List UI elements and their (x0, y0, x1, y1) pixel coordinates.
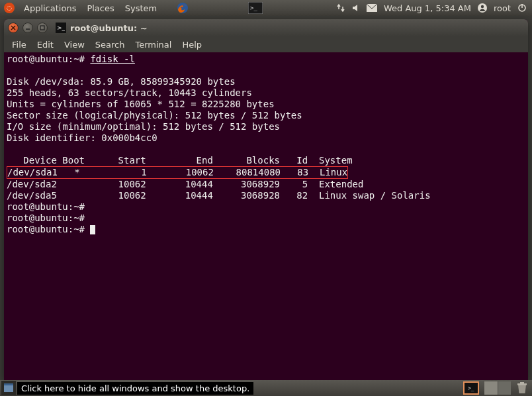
menu-search[interactable]: Search (90, 38, 130, 51)
bottom-panel: Click here to hide all windows and show … (0, 380, 532, 396)
username-label[interactable]: root (494, 3, 511, 13)
volume-icon[interactable] (352, 4, 360, 12)
svg-point-5 (481, 5, 484, 8)
terminal-content[interactable]: root@ubuntu:~# fdisk -l Disk /dev/sda: 8… (4, 52, 528, 380)
show-desktop-tooltip: Click here to hide all windows and show … (17, 382, 253, 395)
svg-text:>_: >_ (250, 5, 257, 11)
menu-system[interactable]: System (120, 3, 162, 13)
menu-terminal[interactable]: Terminal (130, 38, 177, 51)
firefox-icon[interactable] (177, 2, 189, 14)
clock[interactable]: Wed Aug 1, 5:34 AM (384, 3, 471, 13)
network-icon[interactable] (336, 3, 345, 13)
svg-rect-10 (4, 385, 13, 392)
workspace-1[interactable] (484, 381, 498, 395)
ubuntu-logo-icon[interactable]: ◌ (4, 3, 15, 13)
taskbar-terminal-button[interactable]: >_ (463, 381, 479, 395)
terminal-window: >_ root@ubuntu: ~ File Edit View Search … (4, 19, 528, 380)
top-panel: ◌ Applications Places System >_ Wed Aug … (0, 0, 532, 16)
svg-rect-9 (40, 26, 44, 30)
close-button[interactable] (8, 23, 19, 33)
menu-applications[interactable]: Applications (19, 3, 81, 13)
show-desktop-button[interactable] (1, 381, 16, 395)
mail-icon[interactable] (367, 4, 377, 12)
workspace-2[interactable] (498, 381, 511, 395)
terminal-launcher-icon[interactable]: >_ (248, 2, 263, 14)
menu-file[interactable]: File (7, 38, 32, 51)
svg-rect-15 (520, 382, 524, 383)
menu-help[interactable]: Help (177, 38, 207, 51)
terminal-icon: >_ (56, 23, 66, 33)
window-title: root@ubuntu: ~ (70, 23, 148, 33)
system-tray: Wed Aug 1, 5:34 AM root (336, 3, 529, 13)
svg-rect-14 (517, 383, 527, 385)
trash-icon[interactable] (516, 381, 529, 395)
titlebar[interactable]: >_ root@ubuntu: ~ (4, 19, 528, 36)
workspace-switcher[interactable] (484, 381, 511, 395)
menu-places[interactable]: Places (81, 3, 119, 13)
menu-view[interactable]: View (59, 38, 90, 51)
maximize-button[interactable] (37, 23, 48, 33)
svg-rect-11 (4, 383, 13, 385)
svg-text:>_: >_ (468, 385, 474, 391)
power-icon[interactable] (517, 3, 527, 13)
minimize-button[interactable] (22, 23, 33, 33)
user-icon[interactable] (478, 3, 487, 13)
menu-edit[interactable]: Edit (32, 38, 59, 51)
menubar: File Edit View Search Terminal Help (4, 36, 528, 52)
